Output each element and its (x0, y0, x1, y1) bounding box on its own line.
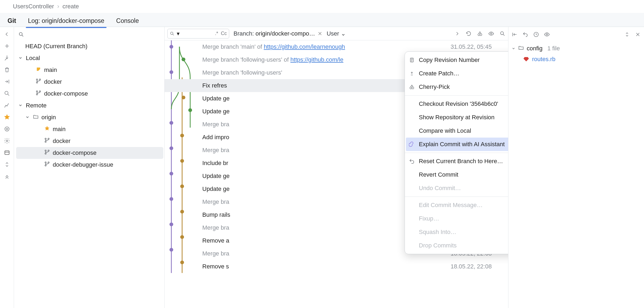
ctx-label: Cherry-Pick (419, 83, 450, 90)
ctx-compare-local[interactable]: Compare with Local (405, 124, 508, 138)
eye-icon[interactable] (544, 32, 550, 39)
ctx-create-patch[interactable]: Create Patch… (405, 67, 508, 80)
trash-icon[interactable] (3, 66, 10, 73)
folder-label: config (527, 45, 543, 52)
branch-head[interactable]: HEAD (Current Branch) (16, 40, 163, 52)
branch-icon (36, 78, 41, 86)
chevron-down-icon: ⌄ (341, 30, 346, 37)
ctx-label: Undo Commit… (419, 185, 461, 192)
search-icon[interactable] (3, 90, 10, 97)
star-icon[interactable] (3, 114, 10, 121)
breadcrumb-seg-2[interactable]: create (62, 3, 79, 10)
breadcrumb-seg-1[interactable]: UsersController (13, 3, 54, 10)
svg-point-23 (480, 34, 482, 36)
branch-group-remote[interactable]: Remote (16, 100, 163, 111)
ctx-show-repo[interactable]: Show Repository at Revision (405, 111, 508, 124)
branch-origin-docker-debugger-issue[interactable]: docker-debugger-issue (16, 159, 163, 171)
regex-toggle[interactable]: .* (215, 31, 218, 36)
svg-point-11 (39, 91, 41, 92)
chevron-down-icon (512, 45, 515, 52)
ctx-label: Edit Commit Message… (419, 202, 483, 209)
ctx-explain-ai[interactable]: Explain Commit with AI Assistant (406, 138, 508, 151)
blank-icon (409, 128, 415, 134)
eye-icon[interactable] (488, 31, 494, 37)
menu-separator (405, 153, 508, 153)
ctx-cherry-pick[interactable]: Cherry-Pick (405, 80, 508, 94)
commit-link[interactable]: https://github.com/learnenough (264, 43, 345, 50)
ctx-revert[interactable]: Revert Commit (405, 168, 508, 181)
svg-point-12 (45, 138, 46, 139)
svg-point-6 (36, 79, 38, 80)
branches-search[interactable] (16, 30, 163, 39)
changed-files-tree: config 1 file routes.rb (512, 43, 641, 65)
ctx-label: Create Patch… (419, 70, 459, 77)
cherry-pick-icon[interactable] (477, 31, 483, 37)
tool-window-tabs: Git Log: origin/docker-compose Console (0, 13, 644, 27)
ctx-squash: Squash Into… (405, 225, 508, 239)
commit-link[interactable]: https://github.com/le (291, 56, 344, 63)
branch-group-local[interactable]: Local (16, 52, 163, 64)
svg-point-5 (19, 33, 22, 36)
details-toolbar (512, 30, 641, 40)
folder-icon (518, 45, 524, 52)
ctx-drop: Drop Commits (405, 239, 508, 252)
commit-row[interactable]: Remove s18.05.22, 22:08 (165, 260, 508, 273)
case-toggle[interactable]: Cc (221, 31, 227, 36)
ctx-edit-message: Edit Commit Message… F2 (405, 198, 508, 212)
tab-console[interactable]: Console (110, 16, 145, 28)
sort-icon[interactable] (3, 161, 10, 168)
chevron-right-icon[interactable] (454, 31, 460, 37)
push-icon[interactable] (3, 78, 10, 85)
local-label: Local (26, 55, 40, 62)
history-icon[interactable] (533, 32, 539, 39)
gear-icon[interactable] (3, 137, 10, 144)
ctx-undo: Undo Commit… (405, 181, 508, 195)
branch-origin-docker[interactable]: docker (16, 135, 163, 147)
blank-icon (409, 242, 415, 249)
tab-log[interactable]: Log: origin/docker-compose (22, 16, 110, 28)
plus-icon[interactable] (3, 43, 10, 50)
svg-point-17 (48, 150, 49, 151)
back-arrow-icon[interactable] (3, 31, 10, 38)
undo-icon[interactable] (522, 32, 528, 39)
expand-icon[interactable] (624, 32, 630, 39)
ctx-reset-branch[interactable]: Reset Current Branch to Here… (405, 155, 508, 168)
ctx-checkout-revision[interactable]: Checkout Revision '3564b6c0' (405, 97, 508, 111)
cherry-icon (409, 84, 415, 90)
close-icon[interactable] (635, 32, 641, 39)
file-count: 1 file (547, 45, 560, 52)
close-icon[interactable]: ✕ (318, 30, 322, 37)
file-tree-folder[interactable]: config 1 file (512, 43, 641, 54)
ctx-copy-revision[interactable]: Copy Revision Number ⌥⇧⌘C (405, 53, 508, 67)
graph-line-icon[interactable] (3, 102, 10, 109)
chevron-down-icon[interactable]: ▾ (177, 30, 179, 37)
branch-label: main (44, 66, 57, 74)
target-icon[interactable] (3, 125, 10, 132)
svg-point-3 (6, 140, 8, 142)
search-icon[interactable] (500, 31, 505, 37)
branch-origin-docker-compose[interactable]: docker-compose (16, 147, 163, 159)
collapse-icon[interactable] (3, 173, 10, 180)
layout-icon[interactable] (3, 149, 10, 156)
branch-remote-origin[interactable]: origin (16, 111, 163, 123)
user-filter[interactable]: User ⌄ (327, 30, 345, 37)
svg-point-13 (45, 141, 46, 142)
star-icon (44, 125, 50, 133)
tab-git[interactable]: Git (2, 16, 22, 28)
branch-label: docker-compose (53, 149, 97, 156)
branch-local-docker[interactable]: docker (16, 76, 163, 88)
fetch-icon[interactable] (3, 54, 10, 61)
branch-local-main[interactable]: main (16, 64, 163, 76)
commit-message: Remove s (202, 263, 451, 270)
svg-point-16 (45, 153, 46, 154)
file-tree-item[interactable]: routes.rb (512, 54, 641, 65)
branch-origin-main[interactable]: main (16, 123, 163, 135)
branch-icon (44, 137, 50, 145)
branch-filter[interactable]: Branch: origin/docker-compo… ✕ (233, 30, 322, 37)
branch-label: main (53, 126, 66, 133)
log-search-input[interactable]: ▾ .* Cc (167, 29, 229, 38)
refresh-icon[interactable] (466, 31, 472, 37)
pull-arrow-icon[interactable] (512, 32, 518, 39)
branch-local-docker-compose[interactable]: docker-compose (16, 88, 163, 100)
branch-label: docker-compose (44, 90, 88, 97)
